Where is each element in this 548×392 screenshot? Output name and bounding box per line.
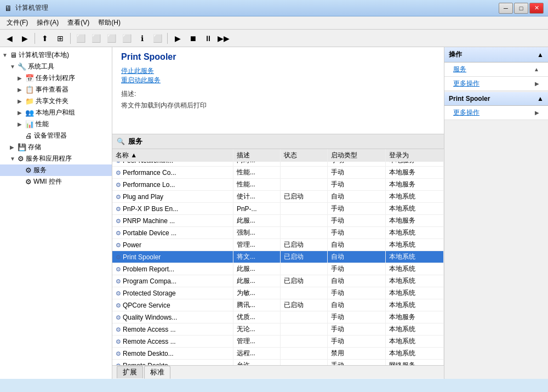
table-row[interactable]: ⚙Remote Deskto...允许...手动网络服务 <box>112 360 444 366</box>
restart-button[interactable]: ▶▶ <box>216 32 231 45</box>
close-button[interactable]: ✕ <box>529 3 544 14</box>
tree-item-devmgr[interactable]: 🖨 设备管理器 <box>0 130 112 141</box>
cell-name: ⚙PnP-X IP Bus En... <box>112 203 233 215</box>
cell-logon: 本地系统 <box>385 239 443 251</box>
stop-button[interactable]: ⏹ <box>186 32 200 45</box>
svcapp-icon: ⚙ <box>18 155 24 163</box>
tab-standard[interactable]: 标准 <box>144 366 170 379</box>
action-header-main[interactable]: 操作 ▲ <box>444 47 548 63</box>
table-row[interactable]: ⚙Program Compa...此服...已启动自动本地系统 <box>112 275 444 287</box>
show-hide-button[interactable]: ⊞ <box>53 32 67 45</box>
services-area: 🔍 服务 名称 ▲ 描述 状态 启动类型 登录为 ⚙Par <box>112 134 444 365</box>
table-row[interactable]: ⚙Power管理...已启动自动本地系统 <box>112 239 444 251</box>
cell-startup: 手动 <box>327 215 385 227</box>
tree-item-scheduler[interactable]: ▶ 📅 任务计划程序 <box>0 72 112 84</box>
col-startup[interactable]: 启动类型 <box>327 149 385 162</box>
table-row[interactable]: ⚙Problem Report...此服...手动本地系统 <box>112 263 444 275</box>
toolbar-btn-6[interactable]: ⬜ <box>119 32 134 45</box>
cell-status <box>281 336 327 348</box>
toolbar-separator-2 <box>70 33 71 44</box>
tree-item-shared[interactable]: ▶ 📁 共享文件夹 <box>0 95 112 107</box>
table-row[interactable]: ⚙PnP-X IP Bus En...PnP-...手动本地系统 <box>112 203 444 215</box>
tab-expand[interactable]: 扩展 <box>117 366 143 378</box>
table-row[interactable]: ⚙Performance Co...性能...手动本地服务 <box>112 167 444 179</box>
table-row[interactable]: ⚙Portable Device ...强制...手动本地系统 <box>112 227 444 239</box>
cell-desc: 此服... <box>233 263 280 275</box>
table-row[interactable]: ⚙Performance Lo...性能...手动本地服务 <box>112 179 444 191</box>
tree-item-eventvw[interactable]: ▶ 📋 事件查看器 <box>0 84 112 95</box>
cell-status <box>281 215 327 227</box>
action-services-link[interactable]: 服务 <box>453 65 466 74</box>
cell-status <box>281 323 327 336</box>
eventvw-icon: 📋 <box>25 86 34 94</box>
back-button[interactable]: ◀ <box>2 32 16 45</box>
cell-startup: 手动 <box>327 203 385 215</box>
action-item-more1[interactable]: 更多操作 ▶ <box>444 77 548 91</box>
cell-startup: 手动 <box>327 263 385 275</box>
col-logon[interactable]: 登录为 <box>385 149 443 162</box>
toolbar-separator-1 <box>35 33 35 44</box>
tree-item-root[interactable]: ▼ 🖥 计算机管理(本地) <box>0 49 112 61</box>
action-header-arrow: ▲ <box>537 51 544 59</box>
tree-arrow-services <box>18 167 25 173</box>
toolbar-btn-4[interactable]: ⬜ <box>89 32 103 45</box>
tree-item-perf[interactable]: ▶ 📊 性能 <box>0 118 112 130</box>
action-more2-arrow: ▶ <box>535 110 539 116</box>
cell-startup: 手动 <box>327 323 385 336</box>
table-row[interactable]: ⚙Print Spooler将文...已启动自动本地系统 <box>112 251 444 263</box>
restart-service-link[interactable]: 重启动此服务 <box>121 76 161 84</box>
cell-name: ⚙PNRP Machine ... <box>112 215 233 227</box>
pause-button[interactable]: ⏸ <box>201 32 215 45</box>
stop-service-link[interactable]: 停止此服务 <box>121 67 154 75</box>
action-item-services[interactable]: 服务 ▲ <box>444 63 548 77</box>
up-button[interactable]: ⬆ <box>38 32 52 45</box>
forward-button[interactable]: ▶ <box>18 32 32 45</box>
cell-status <box>281 263 327 275</box>
table-row[interactable]: ⚙Remote Access ...管理...手动本地系统 <box>112 336 444 348</box>
minimize-button[interactable]: ─ <box>499 3 513 14</box>
tree-item-system[interactable]: ▼ 🔧 系统工具 <box>0 61 112 72</box>
cell-desc: 性能... <box>233 167 280 179</box>
tree-item-services[interactable]: ⚙ 服务 <box>0 164 112 176</box>
tree-item-svcapp[interactable]: ▼ ⚙ 服务和应用程序 <box>0 153 112 164</box>
storage-icon: 💾 <box>18 143 26 151</box>
cell-startup: 手动 <box>327 179 385 191</box>
tree-item-localusers[interactable]: ▶ 👥 本地用户和组 <box>0 107 112 118</box>
table-row[interactable]: ⚙Remote Deskto...远程...禁用本地系统 <box>112 348 444 360</box>
table-row[interactable]: ⚙Plug and Play使计...已启动自动本地系统 <box>112 191 444 203</box>
action-header-spooler[interactable]: Print Spooler ▲ <box>444 92 548 106</box>
play-button[interactable]: ▶ <box>170 32 185 45</box>
cell-desc: 使计... <box>233 191 280 203</box>
menu-action[interactable]: 操作(A) <box>32 17 63 29</box>
table-row[interactable]: ⚙PNRP Machine ...此服...手动本地服务 <box>112 215 444 227</box>
status-bar: 扩展 标准 <box>112 365 444 378</box>
action-more2-link[interactable]: 更多操作 <box>453 108 480 117</box>
table-row[interactable]: ⚙QPCore Service腾讯...已启动自动本地系统 <box>112 299 444 311</box>
table-row[interactable]: ⚙Remote Access ...无论...手动本地系统 <box>112 323 444 336</box>
tree-item-wmi[interactable]: ⚙ WMI 控件 <box>0 176 112 188</box>
col-name[interactable]: 名称 ▲ <box>112 149 233 162</box>
toolbar-btn-3[interactable]: ⬜ <box>73 32 88 45</box>
cell-startup: 自动 <box>327 191 385 203</box>
shared-icon: 📁 <box>25 97 34 105</box>
cell-desc: 管理... <box>233 336 280 348</box>
toolbar-btn-7[interactable]: ⬜ <box>150 32 164 45</box>
toolbar-btn-5[interactable]: ⬜ <box>104 32 118 45</box>
tree-item-storage[interactable]: ▶ 💾 存储 <box>0 141 112 153</box>
table-row[interactable]: ⚙Protected Storage为敏...手动本地系统 <box>112 287 444 299</box>
action-item-more2[interactable]: 更多操作 ▶ <box>444 106 548 120</box>
menu-view[interactable]: 查看(V) <box>63 17 94 29</box>
maximize-button[interactable]: □ <box>514 3 528 14</box>
cell-desc: 允许... <box>233 360 280 366</box>
col-desc[interactable]: 描述 <box>233 149 280 162</box>
action-more1-link[interactable]: 更多操作 <box>453 79 480 88</box>
table-row[interactable]: ⚙Quality Windows...优质...手动本地服务 <box>112 311 444 323</box>
services-tbody: ⚙Parental Controls此服...手动本地服务⚙Peer Name … <box>112 149 444 365</box>
cell-status: 已启动 <box>281 239 327 251</box>
menu-file[interactable]: 文件(F) <box>2 17 32 29</box>
toolbar-btn-info[interactable]: ℹ <box>135 32 149 45</box>
menu-help[interactable]: 帮助(H) <box>94 17 125 29</box>
table-container[interactable]: 名称 ▲ 描述 状态 启动类型 登录为 ⚙Parental Controls此服… <box>112 149 444 365</box>
tree-label-wmi: WMI 控件 <box>33 177 62 186</box>
col-status[interactable]: 状态 <box>281 149 327 162</box>
